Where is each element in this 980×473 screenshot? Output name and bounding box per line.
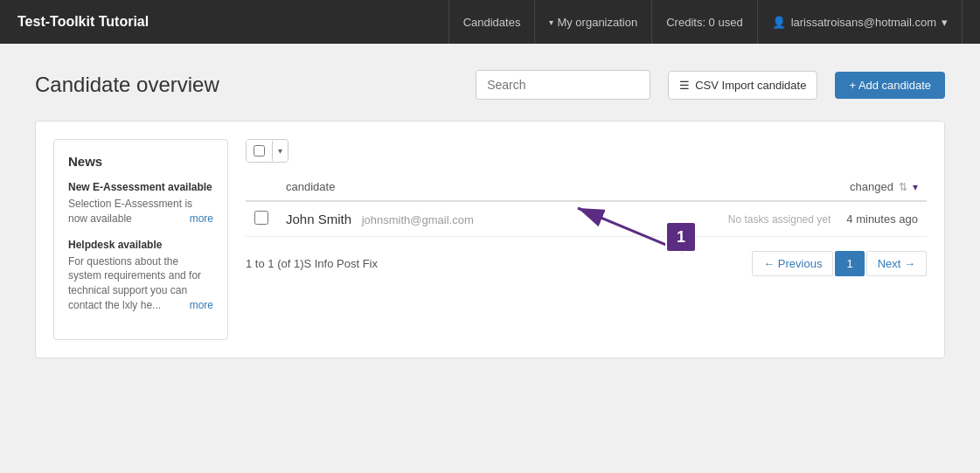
navbar-item-user[interactable]: 👤 larissatroisans@hotmail.com ▾ [758, 0, 963, 44]
main-content: Candidate overview ☰ CSV Import candidat… [0, 44, 980, 385]
candidates-table: candidate changed ⇅ ▾ [246, 173, 927, 237]
csv-import-button[interactable]: ☰ CSV Import candidate [668, 71, 817, 100]
news-item-1-title: New E-Assessment available [68, 181, 213, 193]
checkbox-group[interactable]: ▾ [246, 139, 288, 163]
checkbox-dropdown-arrow[interactable]: ▾ [272, 141, 288, 161]
table-wrapper: candidate changed ⇅ ▾ [246, 173, 927, 237]
candidate-name: John Smith [286, 212, 351, 226]
pagination-row: 1 to 1 (of 1)S Info Post Fix ← Previous … [246, 251, 927, 276]
news-item-1-body: Selection E-Assessment is now available … [68, 197, 213, 226]
add-candidate-button[interactable]: + Add candidate [835, 72, 945, 99]
my-organization-label: My organization [557, 16, 637, 29]
th-checkbox [246, 173, 277, 201]
candidate-cell: John Smith johnsmith@gmail.com [277, 201, 601, 237]
news-item-2-body: For questions about the system requireme… [68, 254, 213, 313]
navbar-item-credits: Credits: 0 used [652, 0, 757, 44]
add-candidate-label: + Add candidate [849, 79, 931, 92]
no-tasks-label: No tasks assigned yet [728, 213, 831, 226]
search-input[interactable] [476, 70, 650, 100]
news-title: News [68, 154, 213, 169]
pagination-controls: ← Previous 1 Next → [752, 251, 927, 276]
filter-icon[interactable]: ▾ [913, 181, 918, 193]
changed-cell: No tasks assigned yet 4 minutes ago [601, 201, 927, 237]
next-button[interactable]: Next → [866, 251, 927, 276]
select-all-checkbox[interactable] [247, 140, 272, 162]
navbar-item-candidates[interactable]: Candidates [448, 0, 536, 44]
card-container: News New E-Assessment available Selectio… [35, 121, 945, 358]
page-header: Candidate overview ☰ CSV Import candidat… [35, 70, 945, 100]
sort-icon: ⇅ [899, 181, 907, 193]
th-changed[interactable]: changed ⇅ ▾ [601, 173, 927, 201]
row-checkbox[interactable] [254, 211, 268, 225]
user-caret-icon: ▾ [942, 16, 948, 29]
select-all-input[interactable] [254, 145, 265, 157]
th-candidate: candidate [277, 173, 601, 201]
pagination-info: 1 to 1 (of 1)S Info Post Fix [246, 257, 378, 270]
candidate-email: johnsmith@gmail.com [362, 213, 474, 226]
page-1-button[interactable]: 1 [835, 251, 864, 276]
navbar-brand: Test-Toolkit Tutorial [17, 14, 149, 30]
caret-icon: ▾ [549, 17, 553, 27]
row-checkbox-cell [246, 201, 277, 237]
news-item-1: New E-Assessment available Selection E-A… [68, 181, 213, 226]
navbar: Test-Toolkit Tutorial Candidates ▾ My or… [0, 0, 980, 44]
navbar-item-my-organization[interactable]: ▾ My organization [535, 0, 652, 44]
previous-button[interactable]: ← Previous [752, 251, 833, 276]
credits-label: Credits: 0 used [666, 16, 742, 29]
user-icon: 👤 [772, 16, 786, 29]
user-email: larissatroisans@hotmail.com [791, 16, 936, 29]
navbar-items: Candidates ▾ My organization Credits: 0 … [448, 0, 963, 44]
changed-time: 4 minutes ago [846, 212, 918, 226]
table-toolbar: ▾ [246, 139, 927, 163]
news-item-2-more[interactable]: more [190, 298, 213, 313]
annotation-badge-1: 1 [665, 221, 697, 253]
candidates-label: Candidates [463, 16, 521, 29]
table-header-row: candidate changed ⇅ ▾ [246, 173, 927, 201]
table-area: ▾ candidate changed [246, 139, 927, 340]
news-item-1-more[interactable]: more [190, 212, 213, 226]
list-icon: ☰ [679, 79, 690, 92]
news-item-2: Helpdesk available For questions about t… [68, 239, 213, 313]
table-row: John Smith johnsmith@gmail.com No tasks … [246, 201, 927, 237]
news-sidebar: News New E-Assessment available Selectio… [53, 139, 228, 340]
csv-button-label: CSV Import candidate [695, 79, 806, 92]
page-title: Candidate overview [35, 73, 219, 97]
news-item-2-title: Helpdesk available [68, 239, 213, 251]
